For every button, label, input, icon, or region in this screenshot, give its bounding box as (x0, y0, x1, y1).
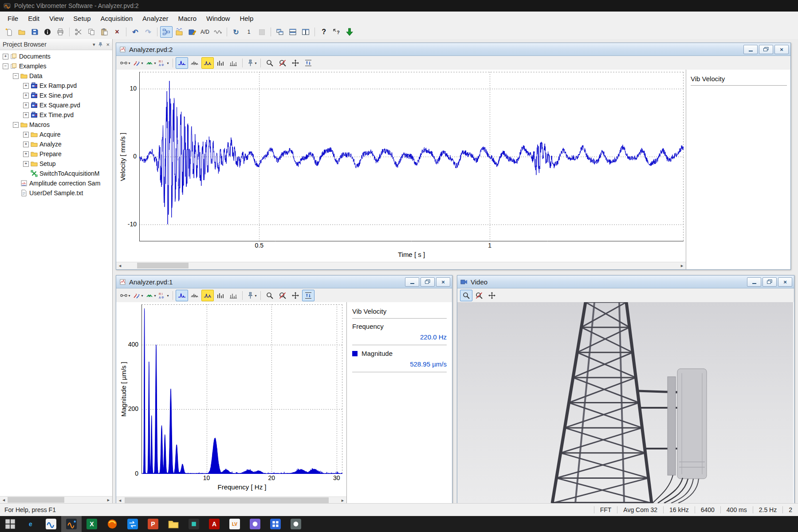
scrollbar-thumb[interactable] (8, 497, 64, 503)
taskbar-app-firefox[interactable] (102, 516, 122, 532)
tree-item-setup[interactable]: +Setup (0, 159, 112, 169)
collapse-icon[interactable]: − (13, 73, 19, 79)
chevron-down-icon[interactable]: ▾ (167, 61, 169, 65)
close-button[interactable]: × (774, 45, 789, 54)
marker-button[interactable]: ▾ (245, 57, 258, 69)
restore-button[interactable] (421, 277, 435, 287)
analyzer2-hscrollbar[interactable]: ◄ ► (116, 262, 686, 269)
menu-view[interactable]: View (44, 12, 68, 24)
scroll-left-icon[interactable]: ◄ (0, 497, 8, 504)
selected-display-button[interactable] (201, 290, 214, 301)
restore-button[interactable] (763, 277, 777, 287)
taskbar-app-powerpoint[interactable]: P (143, 516, 163, 532)
project-browser-header[interactable]: Project Browser ▾ × (0, 39, 112, 50)
ad-indicator-button[interactable]: A/D (199, 26, 211, 38)
tree-item-acquire[interactable]: +Acquire (0, 130, 112, 139)
generator-button[interactable] (212, 26, 224, 38)
cut-button[interactable] (72, 26, 85, 38)
menu-edit[interactable]: Edit (23, 12, 44, 24)
menu-macro[interactable]: Macro (173, 12, 201, 24)
octave-display-button[interactable] (227, 57, 240, 69)
tree-item-prepare[interactable]: +Prepare (0, 149, 112, 159)
octave-display-button[interactable] (227, 290, 240, 301)
expand-icon[interactable]: + (23, 102, 29, 108)
bar-display-button[interactable] (214, 57, 227, 69)
restart-acquisition-button[interactable]: ↻ (230, 26, 242, 38)
close-button[interactable]: × (778, 277, 792, 287)
scroll-left-icon[interactable]: ◄ (116, 497, 124, 504)
minimize-button[interactable] (747, 277, 761, 287)
cascade-windows-button[interactable] (274, 26, 286, 38)
minimize-button[interactable] (743, 45, 758, 54)
project-browser-toggle-button[interactable] (160, 26, 173, 38)
scrollbar-thumb[interactable] (137, 263, 189, 268)
expand-icon[interactable]: + (23, 93, 29, 99)
zoom-off-button[interactable] (473, 290, 485, 301)
overlap-button[interactable]: ▾ (145, 57, 157, 69)
chevron-down-icon[interactable]: ▾ (167, 294, 169, 298)
taskbar-app-teamviewer[interactable] (122, 516, 143, 532)
minimize-button[interactable] (405, 277, 419, 287)
tree-item-switchtoacquisitionm[interactable]: SwitchToAcquisitionM (0, 169, 112, 178)
spectrum-display-button[interactable] (189, 290, 201, 301)
zoom-button[interactable] (263, 290, 276, 301)
restore-button[interactable] (759, 45, 773, 54)
chevron-down-icon[interactable]: ▾ (141, 294, 143, 298)
undo-button[interactable]: ↶ (129, 26, 142, 38)
scrollbar-track[interactable] (124, 497, 339, 504)
scroll-right-icon[interactable]: ► (105, 497, 112, 504)
help-topics-button[interactable]: ? (318, 26, 330, 38)
complex-format-button[interactable]: R IA Φ▾ (157, 290, 170, 301)
taskbar-app-purple-app[interactable] (245, 516, 265, 532)
stop-button[interactable] (256, 26, 268, 38)
spectrum-display-button[interactable] (189, 57, 201, 69)
chevron-down-icon[interactable]: ▾ (141, 61, 143, 65)
tree-item-amplitude-correction-sam[interactable]: Amplitude correction Sam (0, 178, 112, 188)
link-cursors-button[interactable]: ▾ (119, 290, 131, 301)
analyzer1-caption[interactable]: Analyzer.pvd:1 × (116, 276, 452, 288)
chevron-down-icon[interactable]: ▾ (255, 294, 256, 298)
expand-icon[interactable]: + (23, 142, 29, 147)
taskbar-app-media-app[interactable] (41, 516, 61, 532)
active-signals-button[interactable]: ▾ (132, 290, 144, 301)
zoom-off-button[interactable] (276, 57, 289, 69)
tree-item-ex-ramp-pvd[interactable]: +Ex Ramp.pvd (0, 81, 112, 91)
taskbar-app-acrobat[interactable]: A (204, 516, 224, 532)
marker-button[interactable]: ▾ (245, 290, 258, 301)
expand-icon[interactable]: + (23, 151, 29, 157)
menu-window[interactable]: Window (201, 12, 235, 24)
zoom-button[interactable] (460, 290, 472, 301)
copy-button[interactable] (85, 26, 98, 38)
menu-setup[interactable]: Setup (68, 12, 95, 24)
chevron-down-icon[interactable]: ▾ (128, 294, 130, 298)
autoscale-button[interactable] (302, 290, 314, 301)
scrollbar-thumb[interactable] (125, 497, 329, 503)
tree-item-userdef-sample-txt[interactable]: UserDef Sample.txt (0, 188, 112, 198)
active-signals-button[interactable]: ▾ (132, 57, 144, 69)
panel-menu-icon[interactable]: ▾ (93, 42, 95, 47)
zoom-button[interactable] (263, 57, 276, 69)
link-cursors-button[interactable]: ▾ (119, 57, 131, 69)
tree-item-ex-square-pvd[interactable]: +Ex Square.pvd (0, 100, 112, 110)
expand-icon[interactable]: + (3, 54, 8, 59)
chevron-down-icon[interactable]: ▾ (154, 294, 156, 298)
scrollbar-track[interactable] (8, 497, 105, 504)
taskbar-app-dark-app[interactable] (184, 516, 204, 532)
expand-icon[interactable]: + (23, 112, 29, 118)
chevron-down-icon[interactable]: ▾ (128, 61, 130, 65)
tree-item-analyze[interactable]: +Analyze (0, 139, 112, 149)
pin-icon[interactable] (98, 42, 103, 47)
taskbar-app-teal-app[interactable] (286, 516, 306, 532)
save-data-button[interactable] (186, 26, 198, 38)
bar-display-button[interactable] (214, 290, 227, 301)
redo-button[interactable]: ↷ (142, 26, 154, 38)
expand-icon[interactable]: + (23, 83, 29, 89)
spectrum-chart[interactable] (142, 304, 342, 474)
open-button[interactable] (16, 26, 28, 38)
pan-button[interactable] (486, 290, 498, 301)
close-button[interactable]: × (436, 277, 450, 287)
taskbar-app-labview[interactable]: LV (224, 516, 245, 532)
zoom-off-button[interactable] (276, 290, 289, 301)
taskbar-app-excel[interactable]: X (82, 516, 102, 532)
video-caption[interactable]: Video × (457, 276, 794, 288)
